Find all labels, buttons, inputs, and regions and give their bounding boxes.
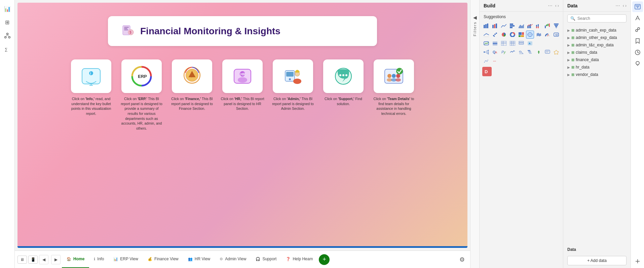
tab-finance[interactable]: 💰 Finance View (143, 251, 183, 268)
desktop-view-btn[interactable]: 🖥 (17, 256, 27, 264)
add-data-btn[interactable]: + Add data (567, 256, 627, 265)
viz-narrative[interactable] (543, 48, 552, 56)
build-panel-title: Build (484, 3, 545, 8)
viz-smart-narrative[interactable]: Py (500, 48, 508, 56)
viz-multirow-card[interactable] (517, 39, 525, 47)
viz-card[interactable]: 42 (552, 31, 560, 39)
finance-nav-card[interactable]: $ (172, 59, 212, 93)
tab-home[interactable]: 🏠 Home (62, 251, 89, 268)
tree-item-vendor[interactable]: ▶ ⊞ vendor_data (563, 71, 631, 78)
viz-pie-chart[interactable] (500, 31, 508, 39)
tree-item-claims[interactable]: ▶ ⊞ claims_data (563, 49, 631, 56)
tab-admin[interactable]: ⚙ Admin View (215, 251, 251, 268)
qa-toolbar-icon[interactable] (632, 58, 643, 69)
panel-collapse-btn[interactable]: ◀ (471, 13, 479, 21)
viz-map[interactable] (526, 31, 534, 39)
viz-d-logo[interactable]: D (482, 67, 492, 76)
tree-label-finance: finance_data (576, 57, 599, 62)
add-page-btn[interactable]: + (319, 254, 330, 265)
viz-combo-chart[interactable] (526, 22, 534, 30)
mobile-view-btn[interactable]: 📱 (28, 256, 38, 264)
tree-item-admin-tc[interactable]: ▶ ⊞ admin_t&c_exp_data (563, 41, 631, 49)
tree-arrow-admin-tc: ▶ (567, 43, 570, 47)
team-card-text: Click on 'Team Details' to find team det… (372, 96, 416, 116)
viz-decomp-tree[interactable] (482, 48, 490, 56)
viz-funnel-chart[interactable] (552, 22, 560, 30)
sidebar-dax-icon[interactable]: ∑ (1, 43, 13, 55)
tab-next-btn[interactable]: ▶ (51, 255, 61, 264)
data-panel-dots[interactable]: ··· (615, 3, 620, 9)
viz-python[interactable] (508, 48, 517, 56)
viz-stacked-bar[interactable] (482, 22, 490, 30)
tab-help[interactable]: ❓ Help Heam (281, 251, 317, 268)
sidebar-model-icon[interactable] (1, 30, 13, 42)
svg-rect-54 (510, 27, 513, 28)
format-toolbar-icon[interactable] (632, 13, 643, 24)
page-separator (17, 246, 467, 248)
support-card-wrapper: Click on 'Support,' Find solution. (321, 59, 365, 131)
filter-toolbar-icon[interactable] (632, 1, 643, 12)
performance-toolbar-icon[interactable] (632, 47, 643, 58)
viz-icon1[interactable] (482, 57, 490, 65)
viz-line-bar[interactable] (482, 31, 490, 39)
viz-kpi[interactable] (482, 39, 490, 47)
tab-info[interactable]: ℹ Info (89, 251, 109, 268)
viz-custom[interactable] (552, 48, 560, 56)
team-nav-card[interactable] (374, 59, 414, 93)
viz-donut-chart[interactable] (508, 31, 517, 39)
svg-point-42 (392, 74, 396, 78)
viz-ribbon-chart[interactable] (535, 22, 543, 30)
hr-nav-card[interactable]: HR (222, 59, 263, 93)
add-visual-toolbar-icon[interactable] (632, 256, 643, 267)
svg-rect-62 (545, 26, 546, 28)
svg-point-35 (339, 74, 341, 76)
viz-filled-map[interactable] (535, 31, 543, 39)
build-panel-dots[interactable]: ··· (548, 3, 552, 9)
search-input[interactable] (577, 16, 628, 21)
viz-qa[interactable]: QA (491, 48, 499, 56)
viz-hierarchy-slicer[interactable] (526, 48, 534, 56)
tab-settings-btn[interactable]: ⚙ (457, 254, 467, 265)
viz-line-chart[interactable] (500, 22, 508, 30)
search-box[interactable]: 🔍 (567, 14, 627, 23)
info-nav-card[interactable]: i (71, 59, 111, 93)
support-card-text: Click on 'Support,' Find solution. (321, 96, 365, 106)
visualization-grid: 42 (480, 20, 563, 78)
viz-column-chart[interactable] (491, 22, 499, 30)
viz-matrix[interactable] (508, 39, 517, 47)
tree-item-admin-other[interactable]: ▶ ⊞ admin_other_exp_data (563, 34, 631, 41)
tab-prev-btn[interactable]: ◀ (39, 255, 48, 264)
support-nav-card[interactable] (323, 59, 364, 93)
tree-item-admin-cash[interactable]: ▶ ⊞ admin_cash_exp_data (563, 27, 631, 34)
viz-gauge[interactable] (543, 31, 552, 39)
data-tree: ▶ ⊞ admin_cash_exp_data ▶ ⊞ admin_other_… (563, 25, 631, 244)
data-panel-arrows[interactable]: ‹ › (623, 3, 627, 8)
viz-waterfall-chart[interactable] (543, 22, 552, 30)
svg-rect-47 (485, 24, 487, 28)
viz-kpi2[interactable] (535, 48, 543, 56)
viz-scatter[interactable] (491, 31, 499, 39)
viz-r-script[interactable] (517, 48, 525, 56)
build-panel-arrows[interactable]: ‹ › (555, 3, 559, 8)
tree-item-hr[interactable]: ▶ ⊞ hr_data (563, 63, 631, 71)
viz-azure-map[interactable]: A (526, 39, 534, 47)
tab-help-icon: ❓ (286, 257, 291, 261)
tab-support[interactable]: 🎧 Support (251, 251, 281, 268)
bookmark-toolbar-icon[interactable] (632, 36, 643, 46)
erp-nav-card[interactable]: ERP (121, 59, 162, 93)
viz-slicer[interactable] (491, 39, 499, 47)
sidebar-report-icon[interactable]: 📊 (1, 3, 13, 15)
viz-icon2[interactable]: ··· (491, 57, 499, 65)
tab-hr[interactable]: 👥 HR View (183, 251, 215, 268)
analytics-toolbar-icon[interactable] (632, 24, 643, 35)
svg-rect-122 (529, 53, 532, 54)
filters-label[interactable]: Filters (473, 21, 477, 40)
sidebar-table-icon[interactable]: ⊞ (1, 16, 13, 28)
admin-nav-card[interactable] (273, 59, 313, 93)
viz-bar-chart[interactable] (508, 22, 517, 30)
tab-erp[interactable]: 📊 ERP View (109, 251, 143, 268)
viz-treemap[interactable] (517, 31, 525, 39)
tree-item-finance[interactable]: ▶ ⊞ finance_data (563, 56, 631, 63)
viz-area-chart[interactable] (517, 22, 525, 30)
viz-table[interactable] (500, 39, 508, 47)
